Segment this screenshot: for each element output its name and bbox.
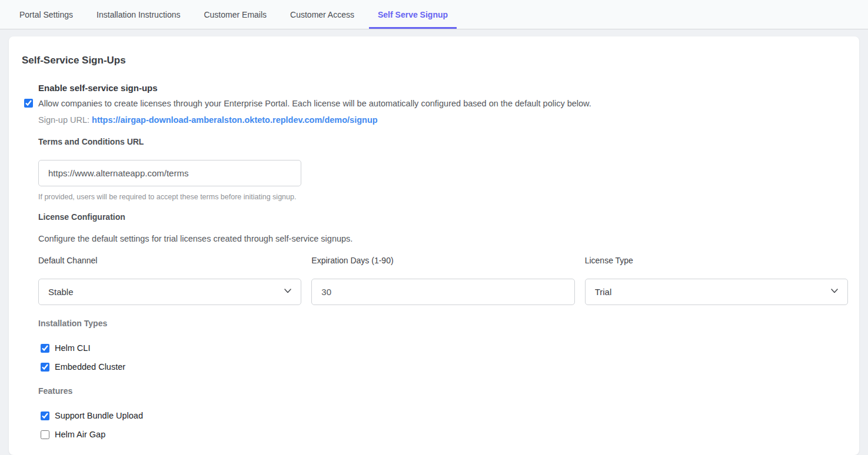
- tab-customer-access[interactable]: Customer Access: [281, 0, 363, 29]
- license-configuration-description: Configure the default settings for trial…: [38, 233, 848, 245]
- signup-url-link[interactable]: https://airgap-download-amberalston.okte…: [92, 115, 378, 125]
- checkbox-row-support-bundle-upload: Support Bundle Upload: [41, 410, 848, 421]
- license-type-label: License Type: [585, 255, 848, 266]
- terms-url-input[interactable]: [38, 160, 301, 186]
- helm-air-gap-checkbox[interactable]: [41, 430, 49, 439]
- license-type-field: License Type Trial: [585, 255, 848, 305]
- tab-portal-settings[interactable]: Portal Settings: [11, 0, 82, 29]
- tab-bar: Portal Settings Installation Instruction…: [0, 0, 868, 29]
- enable-signups-row: Allow companies to create licenses throu…: [24, 98, 848, 109]
- helm-cli-checkbox[interactable]: [41, 344, 49, 353]
- license-type-select[interactable]: Trial: [585, 279, 848, 305]
- terms-url-label: Terms and Conditions URL: [38, 136, 848, 148]
- enable-signups-description: Allow companies to create licenses throu…: [38, 98, 591, 109]
- checkbox-row-embedded-cluster: Embedded Cluster: [41, 362, 848, 373]
- installation-types-label: Installation Types: [38, 318, 848, 329]
- tab-customer-emails[interactable]: Customer Emails: [195, 0, 275, 29]
- features-label: Features: [38, 386, 848, 397]
- default-channel-select[interactable]: Stable: [38, 279, 301, 305]
- page-title: Self-Service Sign-Ups: [22, 54, 859, 67]
- signup-url-label: Sign-up URL:: [38, 115, 89, 125]
- license-config-grid: Default Channel Stable Expiration Days (…: [38, 255, 848, 305]
- license-configuration-heading: License Configuration: [38, 212, 848, 223]
- page-background: Self-Service Sign-Ups Enable self-servic…: [0, 29, 868, 455]
- enable-signups-heading: Enable self-service sign-ups: [38, 82, 848, 94]
- expiration-days-field: Expiration Days (1-90): [311, 255, 574, 305]
- expiration-days-label: Expiration Days (1-90): [311, 255, 574, 266]
- enable-signups-checkbox[interactable]: [24, 99, 33, 108]
- support-bundle-upload-checkbox[interactable]: [41, 411, 49, 420]
- default-channel-field: Default Channel Stable: [38, 255, 301, 305]
- embedded-cluster-label[interactable]: Embedded Cluster: [55, 362, 125, 373]
- checkbox-row-helm-air-gap: Helm Air Gap: [41, 429, 848, 440]
- tab-self-serve-signup[interactable]: Self Serve Signup: [369, 0, 457, 29]
- terms-url-help-text: If provided, users will be required to a…: [38, 192, 848, 202]
- self-service-signups-card: Self-Service Sign-Ups Enable self-servic…: [9, 36, 859, 455]
- helm-cli-label[interactable]: Helm CLI: [55, 343, 90, 354]
- helm-air-gap-label[interactable]: Helm Air Gap: [55, 429, 105, 440]
- signup-url-row: Sign-up URL: https://airgap-download-amb…: [38, 114, 848, 126]
- expiration-days-input[interactable]: [311, 279, 574, 305]
- embedded-cluster-checkbox[interactable]: [41, 363, 49, 372]
- checkbox-row-helm-cli: Helm CLI: [41, 343, 848, 354]
- tab-installation-instructions[interactable]: Installation Instructions: [88, 0, 189, 29]
- default-channel-label: Default Channel: [38, 255, 301, 266]
- support-bundle-upload-label[interactable]: Support Bundle Upload: [55, 410, 143, 421]
